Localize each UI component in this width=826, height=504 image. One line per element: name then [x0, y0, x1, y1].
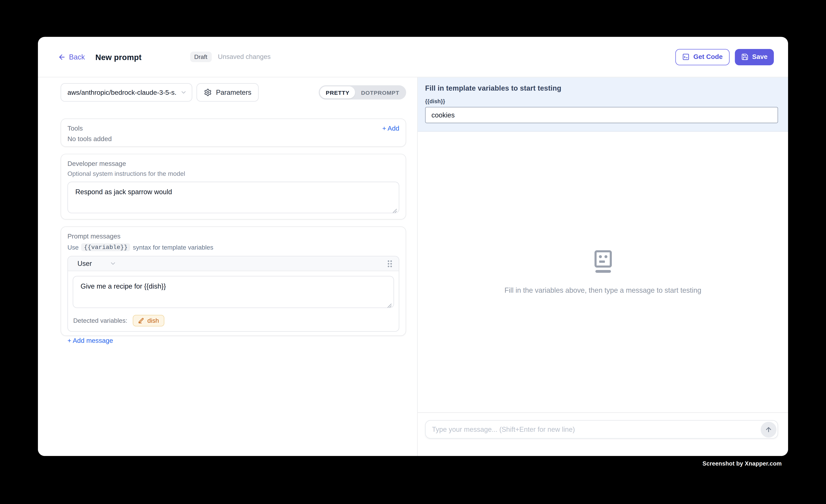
tools-title: Tools	[67, 125, 83, 132]
role-select[interactable]: User	[73, 259, 117, 267]
topbar: Back New prompt Draft Unsaved changes Ge…	[38, 37, 788, 77]
message-block: User Give me a recipe for {{dish}}	[67, 256, 399, 332]
model-select[interactable]: aws/anthropic/bedrock-claude-3-5-s...	[61, 83, 192, 102]
test-panel: Fill in template variables to start test…	[417, 77, 788, 456]
resize-grip-icon[interactable]	[393, 208, 397, 213]
parameters-label: Parameters	[216, 88, 251, 96]
save-label: Save	[752, 53, 768, 60]
role-select-value: User	[77, 259, 92, 267]
chat-empty-state: Fill in the variables above, then type a…	[418, 132, 788, 413]
chevron-down-icon	[180, 89, 187, 96]
variable-chip-dish[interactable]: dish	[132, 315, 164, 326]
status-badge: Draft	[190, 52, 212, 62]
variable-syntax-chip: {{variable}}	[81, 243, 130, 251]
screenshot-stage: Back New prompt Draft Unsaved changes Ge…	[0, 0, 826, 504]
chat-message-input[interactable]	[425, 420, 778, 439]
gear-icon	[204, 88, 212, 96]
arrow-left-icon	[58, 53, 66, 61]
detected-variables-row: Detected variables: dish	[73, 315, 394, 326]
variable-dish-label: {{dish}}	[425, 98, 778, 104]
terminal-icon	[683, 53, 690, 60]
developer-message-subtitle: Optional system instructions for the mod…	[67, 170, 399, 177]
get-code-button[interactable]: Get Code	[675, 49, 729, 65]
prompt-editor-panel: aws/anthropic/bedrock-claude-3-5-s... Pa…	[38, 77, 417, 456]
page-title: New prompt	[95, 52, 141, 61]
toggle-pretty[interactable]: PRETTY	[320, 86, 355, 99]
save-button[interactable]: Save	[735, 49, 774, 65]
developer-message-section: Developer message Optional system instru…	[61, 154, 406, 219]
model-row: aws/anthropic/bedrock-claude-3-5-s... Pa…	[61, 83, 406, 102]
pencil-icon	[138, 317, 144, 324]
add-message-button[interactable]: + Add message	[67, 337, 113, 344]
arrow-up-icon	[765, 426, 772, 433]
add-tool-button[interactable]: + Add	[382, 125, 399, 132]
app-window: Back New prompt Draft Unsaved changes Ge…	[38, 37, 788, 456]
tools-section: Tools + Add No tools added	[61, 118, 406, 147]
variable-chip-label: dish	[148, 317, 159, 324]
drag-handle-icon[interactable]	[386, 259, 394, 268]
detected-variables-label: Detected variables:	[73, 317, 127, 324]
back-button[interactable]: Back	[58, 53, 85, 61]
empty-state-text: Fill in the variables above, then type a…	[505, 287, 701, 295]
variable-dish-input[interactable]	[425, 107, 778, 123]
developer-message-input[interactable]: Respond as jack sparrow would	[67, 182, 399, 213]
send-button[interactable]	[761, 422, 776, 437]
unsaved-changes-text: Unsaved changes	[218, 53, 271, 60]
toggle-dotprompt[interactable]: DOTPROMPT	[355, 86, 405, 99]
help-suffix: syntax for template variables	[133, 244, 214, 251]
bot-icon	[592, 250, 613, 274]
format-toggle: PRETTY DOTPROMPT	[319, 85, 406, 100]
developer-message-title: Developer message	[67, 160, 399, 167]
get-code-label: Get Code	[693, 53, 722, 60]
prompt-messages-section: Prompt messages Use {{variable}} syntax …	[61, 227, 406, 336]
parameters-button[interactable]: Parameters	[196, 83, 259, 102]
message-header: User	[68, 256, 399, 271]
floppy-disk-icon	[741, 53, 749, 60]
message-input[interactable]: Give me a recipe for {{dish}}	[73, 276, 394, 308]
chevron-down-icon	[110, 260, 117, 267]
template-syntax-help: Use {{variable}} syntax for template var…	[67, 243, 399, 251]
back-label: Back	[69, 53, 85, 61]
tools-empty-text: No tools added	[67, 135, 399, 143]
template-variables-section: Fill in template variables to start test…	[418, 77, 788, 132]
prompt-messages-title: Prompt messages	[67, 233, 399, 240]
resize-grip-icon[interactable]	[387, 303, 392, 308]
variables-section-title: Fill in template variables to start test…	[425, 84, 778, 92]
model-select-value: aws/anthropic/bedrock-claude-3-5-s...	[67, 88, 177, 96]
chat-input-bar	[418, 412, 788, 456]
help-prefix: Use	[67, 244, 79, 251]
watermark: Screenshot by Xnapper.com	[703, 460, 782, 467]
